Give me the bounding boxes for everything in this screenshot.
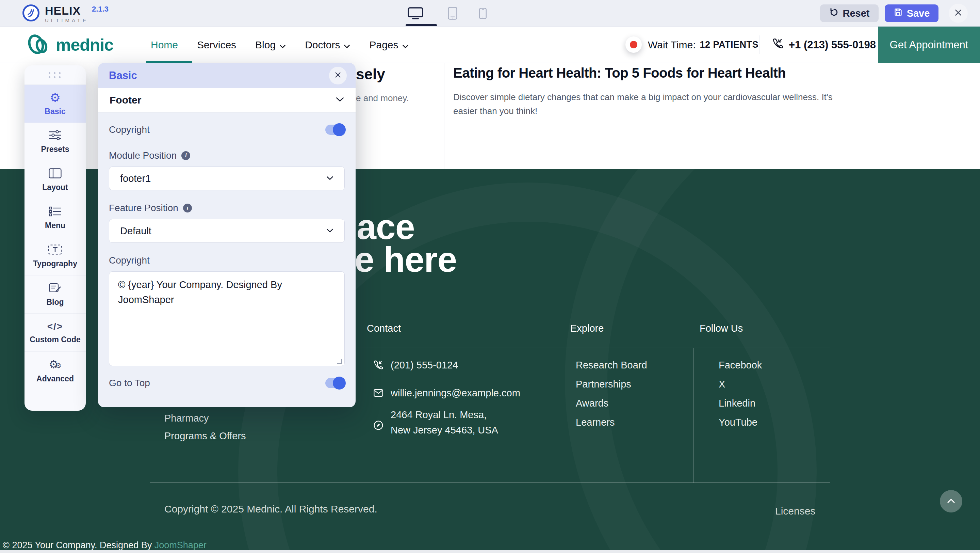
nav-label: Pages — [369, 39, 398, 51]
footer-contact-phone-text: (201) 555-0124 — [391, 360, 458, 371]
sidebar-item-label: Blog — [46, 298, 64, 307]
footer-licenses-link[interactable]: Licenses — [775, 505, 815, 517]
footer-headline-fragment-1: ace — [356, 209, 415, 244]
sidebar-item-blog[interactable]: Blog — [24, 275, 86, 313]
toggle-knob — [333, 123, 346, 136]
blog-icon — [49, 282, 62, 295]
copyright-textarea[interactable]: © {year} Your Company. Designed By JoomS… — [109, 271, 345, 366]
nav-item-services[interactable]: Services — [197, 39, 236, 51]
info-icon[interactable]: i — [183, 204, 192, 212]
footer-contact-email[interactable]: willie.jennings@example.com — [373, 387, 520, 401]
panel-title: Basic — [109, 70, 137, 82]
sidebar-item-label: Basic — [45, 107, 65, 116]
footer-contact-address: 2464 Royal Ln. Mesa, New Jersey 45463, U… — [373, 407, 498, 438]
feature-position-label-row: Feature Position i — [109, 202, 345, 214]
article-excerpt: Discover simple dietary changes that can… — [453, 90, 856, 118]
footer-link-programs-offers[interactable]: Programs & Offers — [164, 430, 246, 441]
nav-item-pages[interactable]: Pages — [369, 39, 408, 51]
footer-follow-title: Follow Us — [700, 323, 743, 334]
header-phone[interactable]: +1 (213) 555-0198 — [772, 27, 876, 63]
footer-link-partnerships[interactable]: Partnerships — [576, 379, 647, 390]
footer-follow-links: Facebook X Linkedin YouTube — [719, 360, 762, 428]
sidebar-item-typography[interactable]: Typography — [24, 237, 86, 275]
chevron-up-icon — [947, 498, 955, 505]
nav-label: Doctors — [305, 39, 340, 51]
module-position-select[interactable]: footer1 — [109, 167, 345, 190]
chevron-down-icon — [402, 39, 409, 51]
sidebar-item-advanced[interactable]: ⚙⚙ Advanced — [24, 351, 86, 390]
sidebar-item-label: Advanced — [37, 374, 74, 383]
device-preview-desktop[interactable] — [408, 7, 423, 21]
footer-link-learners[interactable]: Learners — [576, 417, 647, 428]
chevron-down-icon — [279, 39, 286, 51]
footer-contact-title: Contact — [367, 323, 401, 334]
go-to-top-row: Go to Top — [109, 378, 345, 389]
nav-item-doctors[interactable]: Doctors — [305, 39, 350, 51]
copyright-text-label-row: Copyright — [109, 255, 345, 266]
copyright-toggle[interactable] — [325, 124, 345, 135]
joomshaper-link[interactable]: JoomShaper — [154, 540, 207, 550]
scroll-to-top-button[interactable] — [940, 490, 962, 513]
layout-icon — [49, 168, 62, 180]
site-logo[interactable]: mednic — [27, 27, 113, 63]
device-preview-tablet[interactable] — [448, 7, 457, 21]
rail-drag-handle[interactable] — [24, 65, 86, 84]
sidebar-item-menu[interactable]: Menu — [24, 199, 86, 237]
copyright-toggle-label: Copyright — [109, 124, 150, 135]
phone-call-icon — [772, 37, 784, 53]
header-divider — [759, 35, 760, 54]
device-preview-mobile[interactable] — [479, 8, 487, 21]
wait-time-value: 12 PATIENTS — [700, 40, 759, 50]
version-badge: 2.1.3 — [92, 5, 108, 14]
footer-link-awards[interactable]: Awards — [576, 398, 647, 409]
footer-link-linkedin[interactable]: Linkedin — [719, 398, 762, 409]
location-pin-icon — [373, 420, 384, 433]
typography-icon — [48, 244, 62, 256]
footer-link-facebook[interactable]: Facebook — [719, 360, 762, 371]
live-status-badge — [625, 37, 642, 53]
chevron-down-icon — [344, 39, 350, 51]
footer-headline-fragment-2: e here — [355, 242, 457, 277]
brand-name: HELIX — [45, 5, 89, 16]
builder-topbar: HELIX ULTIMATE 2.1.3 Reset Save — [0, 0, 980, 27]
reset-label: Reset — [843, 8, 870, 19]
chevron-down-icon — [326, 228, 334, 234]
site-logo-text: mednic — [56, 35, 113, 55]
sidebar-item-presets[interactable]: Presets — [24, 123, 86, 161]
footer-link-youtube[interactable]: YouTube — [719, 417, 762, 428]
nav-item-blog[interactable]: Blog — [255, 39, 286, 51]
go-to-top-toggle[interactable] — [325, 378, 345, 388]
footer-divider-2 — [561, 347, 561, 483]
nav-item-home[interactable]: Home — [151, 39, 178, 51]
drag-dots-icon — [49, 72, 62, 78]
sidebar-item-custom-code[interactable]: </> Custom Code — [24, 313, 86, 351]
helix-brand-text: HELIX ULTIMATE — [45, 5, 89, 23]
reset-button[interactable]: Reset — [820, 5, 878, 22]
footer-contact-email-text: willie.jennings@example.com — [391, 387, 520, 399]
sidebar-item-layout[interactable]: Layout — [24, 161, 86, 199]
sidebar-item-label: Typography — [33, 259, 77, 268]
footer-link-research-board[interactable]: Research Board — [576, 360, 647, 371]
mednic-logo-icon — [27, 33, 51, 57]
site-header: mednic Home Services Blog Doctors Pages — [0, 27, 980, 63]
get-appointment-button[interactable]: Get Appointment — [878, 27, 980, 63]
footer-link-pharmacy[interactable]: Pharmacy — [164, 413, 209, 424]
save-label: Save — [907, 8, 930, 19]
save-button[interactable]: Save — [885, 5, 939, 22]
sidebar-item-basic[interactable]: ⚙ Basic — [24, 84, 86, 123]
info-icon[interactable]: i — [181, 151, 190, 160]
panel-close-button[interactable] — [329, 67, 347, 84]
template-copyright-bar: © 2025 Your Company. Designed By JoomSha… — [3, 540, 207, 551]
feature-position-select[interactable]: Default — [109, 219, 345, 243]
helix-brand: HELIX ULTIMATE 2.1.3 — [22, 4, 108, 24]
toggle-knob — [333, 377, 346, 390]
footer-section-accordion[interactable]: Footer — [98, 88, 356, 113]
sliders-icon — [49, 130, 62, 142]
footer-bottom-rule — [150, 483, 830, 483]
footer-link-x[interactable]: X — [719, 379, 762, 390]
footer-contact-phone[interactable]: (201) 555-0124 — [373, 360, 458, 373]
left-article-title-fragment: sely — [356, 66, 385, 83]
close-customizer-button[interactable] — [949, 4, 968, 23]
article-title: Eating for Heart Health: Top 5 Foods for… — [453, 65, 786, 81]
copyright-toggle-row: Copyright — [109, 124, 345, 135]
